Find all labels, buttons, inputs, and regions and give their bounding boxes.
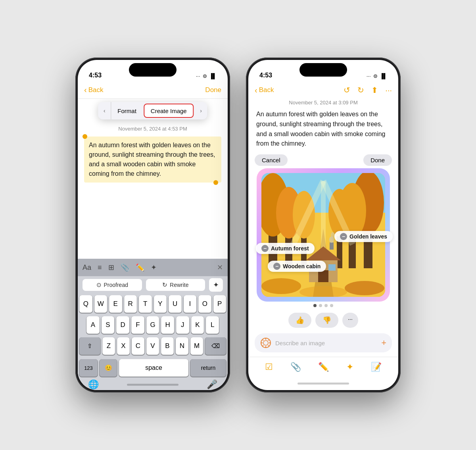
- grid-icon[interactable]: ⊞: [108, 263, 114, 272]
- rainbow-btn[interactable]: ✦: [209, 278, 223, 292]
- done-button-1[interactable]: Done: [205, 86, 221, 94]
- proofread-btn[interactable]: ⊙ Proofread: [83, 279, 142, 291]
- key-d[interactable]: D: [116, 316, 129, 334]
- history-icon[interactable]: ↺: [344, 85, 350, 95]
- key-s[interactable]: S: [102, 316, 115, 334]
- dynamic-island-2: [299, 63, 347, 77]
- image-icon[interactable]: ✦: [346, 362, 353, 372]
- prev-arrow[interactable]: ‹: [98, 102, 111, 119]
- globe-icon[interactable]: 🌐: [88, 379, 99, 390]
- key-shift[interactable]: ⇧: [79, 337, 100, 355]
- remove-autumn-tag[interactable]: −: [261, 245, 269, 252]
- key-k[interactable]: K: [191, 316, 204, 334]
- add-image-btn[interactable]: +: [381, 338, 386, 348]
- key-v[interactable]: V: [146, 337, 159, 355]
- key-n[interactable]: N: [176, 337, 188, 355]
- svg-rect-24: [318, 270, 328, 282]
- list-icon[interactable]: ≡: [98, 263, 102, 272]
- remove-cabin-tag[interactable]: −: [273, 263, 280, 270]
- key-l[interactable]: L: [206, 316, 219, 334]
- key-z[interactable]: Z: [102, 337, 115, 355]
- key-y[interactable]: Y: [154, 295, 167, 313]
- mic-icon[interactable]: 🎤: [207, 379, 217, 390]
- thumbs-down-btn[interactable]: 👎: [315, 313, 338, 328]
- key-f[interactable]: F: [131, 316, 144, 334]
- key-x[interactable]: X: [117, 337, 130, 355]
- key-b[interactable]: B: [161, 337, 174, 355]
- key-h[interactable]: H: [161, 316, 174, 334]
- key-e[interactable]: E: [109, 295, 122, 313]
- back-button-1[interactable]: ‹ Back: [84, 85, 103, 94]
- share-icon[interactable]: ⬆: [371, 85, 378, 95]
- key-r[interactable]: R: [124, 295, 137, 313]
- tag-wooden-cabin[interactable]: − Wooden cabin: [268, 261, 326, 272]
- attachment-icon[interactable]: 📎: [121, 263, 129, 272]
- key-o[interactable]: O: [198, 295, 211, 313]
- key-p[interactable]: P: [213, 295, 226, 313]
- checklist-icon[interactable]: ☑: [265, 362, 273, 372]
- key-row-1: Q W E R T Y U I O P: [79, 295, 226, 313]
- key-g[interactable]: G: [146, 316, 159, 334]
- tag-golden-leaves[interactable]: − Golden leaves: [334, 231, 393, 242]
- more-options-btn[interactable]: ···: [342, 313, 358, 328]
- key-j[interactable]: J: [176, 316, 189, 334]
- format-menu-item[interactable]: Format: [111, 102, 143, 119]
- magic-icon[interactable]: ✦: [151, 263, 157, 272]
- thumbs-up-btn[interactable]: 👍: [288, 313, 311, 328]
- key-c[interactable]: C: [132, 337, 144, 355]
- note-text-selected[interactable]: An autumn forest with golden leaves on t…: [84, 137, 221, 183]
- attach-icon[interactable]: 📎: [290, 362, 301, 372]
- svg-line-38: [268, 340, 269, 341]
- compose-icon[interactable]: 📝: [371, 362, 382, 372]
- key-w[interactable]: W: [94, 295, 107, 313]
- rewrite-btn[interactable]: ↻ Rewrite: [146, 279, 205, 291]
- key-u[interactable]: U: [169, 295, 182, 313]
- wifi-icon: ⊜: [203, 73, 207, 79]
- cancel-button[interactable]: Cancel: [255, 154, 288, 166]
- phone1-content: ‹ Format Create Image › November 5, 2024…: [78, 99, 228, 259]
- home-indicator-2: [248, 377, 398, 390]
- tag-autumn-forest[interactable]: − Autumn forest: [256, 243, 315, 254]
- key-q[interactable]: Q: [79, 295, 92, 313]
- pen-icon[interactable]: ✏️: [136, 263, 144, 272]
- status-time-2: 4:53: [259, 72, 272, 79]
- close-keyboard-icon[interactable]: ✕: [217, 263, 223, 272]
- status-icons-1: ··· ⊜ ▐▌: [196, 73, 217, 79]
- key-m[interactable]: M: [190, 337, 203, 355]
- key-t[interactable]: T: [139, 295, 152, 313]
- more-icon[interactable]: ···: [385, 86, 392, 95]
- note-date-1: November 5, 2024 at 4:53 PM: [78, 121, 228, 135]
- proofread-label: Proofread: [104, 282, 128, 288]
- key-123[interactable]: 123: [79, 359, 98, 377]
- svg-line-36: [263, 340, 264, 341]
- proofread-icon: ⊙: [96, 281, 102, 288]
- key-row-2: A S D F G H J K L: [79, 316, 226, 334]
- remove-golden-tag[interactable]: −: [340, 233, 347, 240]
- done-button[interactable]: Done: [363, 154, 392, 166]
- key-i[interactable]: I: [184, 295, 197, 313]
- describe-row: Describe an image +: [255, 333, 392, 352]
- svg-point-16: [261, 278, 301, 294]
- markup-icon[interactable]: ✏️: [318, 362, 329, 372]
- note-body-2[interactable]: An autumn forest with golden leaves on t…: [248, 110, 398, 149]
- dot-4[interactable]: [330, 304, 333, 307]
- next-arrow[interactable]: ›: [195, 102, 207, 119]
- redo-icon[interactable]: ↻: [357, 85, 364, 95]
- feedback-row: 👍 👎 ···: [288, 313, 358, 328]
- key-return[interactable]: return: [190, 359, 226, 377]
- create-image-menu-item[interactable]: Create Image: [144, 104, 194, 118]
- note-date-2: November 5, 2024 at 3:09 PM: [248, 99, 398, 110]
- dot-2[interactable]: [319, 304, 322, 307]
- font-icon[interactable]: Aa: [83, 263, 91, 272]
- svg-rect-27: [330, 242, 334, 250]
- dot-1[interactable]: [313, 304, 317, 307]
- key-emoji[interactable]: 😊: [100, 359, 117, 377]
- key-a[interactable]: A: [86, 316, 100, 334]
- key-space[interactable]: space: [119, 359, 188, 377]
- back-button-2[interactable]: ‹ Back: [255, 86, 274, 95]
- describe-placeholder[interactable]: Describe an image: [275, 340, 377, 346]
- dot-3[interactable]: [324, 304, 328, 307]
- key-delete[interactable]: ⌫: [205, 337, 226, 355]
- rewrite-label: Rewrite: [170, 282, 188, 288]
- battery-icon: ▐▌: [209, 73, 217, 79]
